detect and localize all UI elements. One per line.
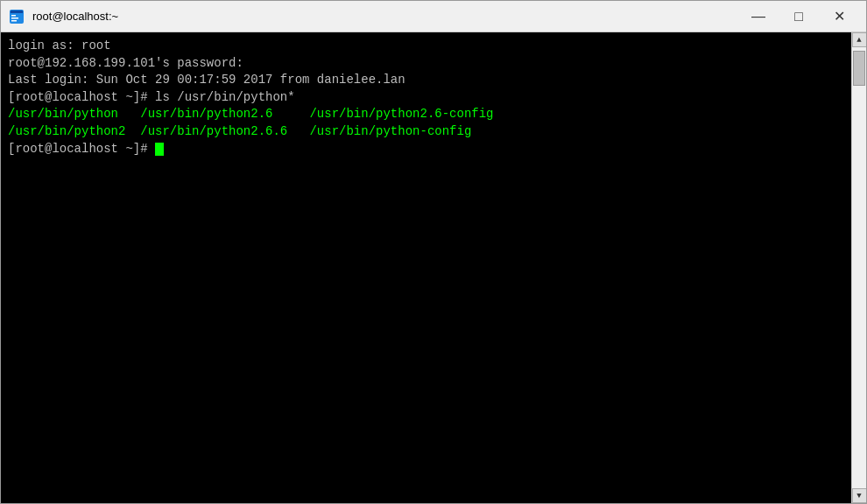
terminal-area[interactable]: login as: root root@192.168.199.101's pa… <box>1 32 851 503</box>
minimize-button[interactable]: — <box>738 1 779 32</box>
title-bar: root@localhost:~ — □ ✕ <box>1 1 866 32</box>
svg-rect-2 <box>11 15 16 17</box>
maximize-button[interactable]: □ <box>779 1 819 32</box>
line-1: login as: root root@192.168.199.101's pa… <box>8 38 405 104</box>
terminal-output: login as: root root@192.168.199.101's pa… <box>8 38 844 158</box>
svg-rect-4 <box>11 20 17 22</box>
app-icon <box>8 8 25 25</box>
window-body: login as: root root@192.168.199.101's pa… <box>1 32 866 503</box>
scrollbar[interactable]: ▲ ▼ <box>851 32 866 503</box>
cursor <box>155 143 164 156</box>
close-button[interactable]: ✕ <box>819 1 859 32</box>
scroll-thumb[interactable] <box>853 51 865 86</box>
scroll-thumb-area <box>852 47 866 488</box>
scroll-up-button[interactable]: ▲ <box>852 32 867 47</box>
window-controls: — □ ✕ <box>738 1 859 32</box>
line-5: /usr/bin/python /usr/bin/python2.6 /usr/… <box>8 107 494 138</box>
window-title: root@localhost:~ <box>32 10 738 23</box>
line-7: [root@localhost ~]# <box>8 142 155 156</box>
svg-rect-3 <box>11 18 18 19</box>
terminal-window: root@localhost:~ — □ ✕ login as: root ro… <box>0 0 867 504</box>
scroll-down-button[interactable]: ▼ <box>852 488 867 503</box>
svg-rect-1 <box>11 10 23 13</box>
